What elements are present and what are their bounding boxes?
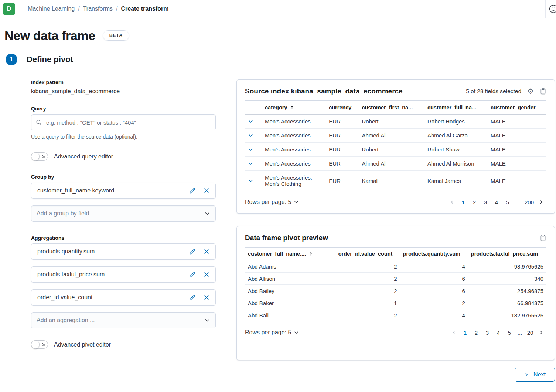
expand-row-icon[interactable]: [248, 161, 259, 166]
page-button[interactable]: 2: [469, 197, 480, 207]
cell-full-name: Ahmed Al Morrison: [424, 157, 488, 171]
column-header-customer-full-name[interactable]: customer_full_na...: [424, 101, 488, 115]
page-button[interactable]: 1: [460, 327, 470, 338]
add-group-by-select[interactable]: Add a group by field ...: [31, 205, 216, 222]
pagination: 1 2 3 4 5 ... 200: [447, 197, 546, 207]
cell-first-name: Ahmed Al: [359, 157, 424, 171]
page-button[interactable]: 4: [493, 327, 504, 338]
expand-row-icon[interactable]: [248, 119, 259, 124]
rows-per-page-button[interactable]: Rows per page: 5: [245, 329, 299, 336]
cell-price-sum: 182.9765625: [468, 309, 546, 321]
edit-icon[interactable]: [189, 294, 195, 301]
add-aggregation-select[interactable]: Add an aggregation ...: [31, 312, 216, 328]
page-button[interactable]: 5: [504, 327, 515, 338]
edit-icon[interactable]: [189, 272, 195, 278]
table-row: Men's Accessories EUR Robert Robert Shaw…: [245, 143, 546, 157]
expand-row-icon[interactable]: [248, 147, 259, 152]
page-button[interactable]: 3: [480, 197, 491, 207]
cell-quantity-sum: 4: [400, 260, 468, 273]
rows-per-page-button[interactable]: Rows per page: 5: [245, 199, 299, 205]
delete-icon[interactable]: [204, 249, 209, 255]
cell-order-count: 1: [335, 297, 400, 309]
aggregation-item-label: products.quantity.sum: [37, 248, 189, 255]
query-input[interactable]: [31, 114, 216, 130]
aggregation-item-label: products.taxful_price.sum: [37, 271, 189, 278]
step-define-pivot: 1 Define pivot Index pattern kibana_samp…: [4, 54, 556, 382]
next-button[interactable]: Next: [515, 368, 555, 382]
pivot-preview-panel: Data frame pivot preview custome: [236, 226, 555, 360]
column-header-currency[interactable]: currency: [326, 101, 359, 115]
column-header-customer-gender[interactable]: customer_gender: [488, 101, 546, 115]
cell-first-name: Robert: [359, 143, 424, 157]
page-button[interactable]: 2: [471, 327, 481, 338]
group-by-item-label: customer_full_name.keyword: [37, 187, 189, 194]
aggregation-item: order_id.value_count: [31, 289, 216, 306]
next-page-button[interactable]: [536, 197, 546, 207]
page-button[interactable]: 1: [458, 197, 468, 207]
step-header: 1 Define pivot: [4, 54, 556, 65]
cell-full-name: Robert Shaw: [424, 143, 488, 157]
edit-icon[interactable]: [189, 249, 195, 255]
table-row: Men's Accessories, Men's Clothing EUR Ka…: [245, 171, 546, 191]
fields-selected-count: 5 of 28 fields selected: [466, 88, 521, 95]
sort-asc-icon: [290, 105, 294, 110]
breadcrumb-transforms[interactable]: Transforms: [83, 6, 113, 12]
column-header-customer-first-name[interactable]: customer_first_na...: [359, 101, 424, 115]
cell-full-name: Kamal James: [424, 171, 488, 191]
cell-full-name: Ahmed Al Garza: [424, 129, 488, 143]
breadcrumb-current: Create transform: [121, 6, 168, 12]
pivot-preview-table: customer_full_name.... order_id.value_co…: [245, 247, 546, 321]
breadcrumb: Machine Learning / Transforms / Create t…: [28, 6, 168, 12]
breadcrumb-separator: /: [78, 6, 79, 12]
beta-badge: BETA: [103, 30, 129, 41]
edit-icon[interactable]: [189, 188, 195, 194]
breadcrumb-machine-learning[interactable]: Machine Learning: [28, 6, 75, 12]
page-ellipsis: ...: [515, 330, 524, 336]
next-button-label: Next: [533, 371, 546, 378]
page-button[interactable]: 4: [491, 197, 502, 207]
advanced-query-editor-toggle[interactable]: [31, 152, 48, 161]
cell-full-name: Abd Allison: [245, 273, 335, 285]
cell-currency: EUR: [326, 115, 359, 129]
column-header-label: category: [265, 105, 287, 110]
column-header-customer-full-name[interactable]: customer_full_name....: [245, 248, 335, 260]
cell-gender: MALE: [488, 115, 546, 129]
clipboard-icon[interactable]: [540, 235, 546, 241]
delete-icon[interactable]: [204, 294, 209, 300]
newsfeed-icon[interactable]: [549, 4, 556, 14]
table-row: Abd Baker 1 2 66.984375: [245, 297, 546, 309]
index-pattern-value: kibana_sample_data_ecommerce: [31, 88, 216, 95]
breadcrumb-separator: /: [116, 6, 117, 12]
cell-price-sum: 340: [468, 273, 546, 285]
cell-price-sum: 98.9765625: [468, 260, 546, 273]
cell-order-count: 2: [335, 273, 400, 285]
top-bar-right: [545, 0, 556, 18]
chevron-right-icon: [524, 372, 529, 377]
space-avatar[interactable]: D: [3, 3, 15, 15]
prev-page-button[interactable]: [447, 197, 457, 207]
next-page-button[interactable]: [536, 327, 546, 338]
delete-icon[interactable]: [204, 272, 209, 277]
gear-icon[interactable]: ⚙: [527, 88, 534, 95]
chevron-down-icon: [294, 200, 299, 205]
column-header-order-id-value-count[interactable]: order_id.value_count: [335, 248, 400, 260]
page-button[interactable]: 20: [525, 327, 535, 338]
expand-row-icon[interactable]: [248, 133, 259, 138]
expand-row-icon[interactable]: [248, 178, 259, 184]
prev-page-button[interactable]: [449, 327, 459, 338]
cell-price-sum: 254.96875: [468, 285, 546, 297]
cell-category: Men's Accessories, Men's Clothing: [262, 171, 326, 191]
clipboard-icon[interactable]: [540, 88, 546, 95]
group-by-label: Group by: [31, 174, 216, 180]
advanced-pivot-editor-toggle[interactable]: [31, 340, 48, 349]
page-button[interactable]: 5: [502, 197, 513, 207]
aggregation-item-label: order_id.value_count: [37, 294, 189, 301]
source-index-panel: Source index kibana_sample_data_ecommerc…: [236, 79, 555, 214]
delete-icon[interactable]: [204, 188, 209, 194]
column-header-products-quantity-sum[interactable]: products.quantity.sum: [400, 248, 468, 260]
column-header-category[interactable]: category: [262, 101, 326, 115]
page-button[interactable]: 200: [523, 197, 535, 207]
column-header-products-taxful-price-sum[interactable]: products.taxful_price.sum: [468, 248, 546, 260]
cell-full-name: Abd Bailey: [245, 285, 335, 297]
page-button[interactable]: 3: [482, 327, 492, 338]
